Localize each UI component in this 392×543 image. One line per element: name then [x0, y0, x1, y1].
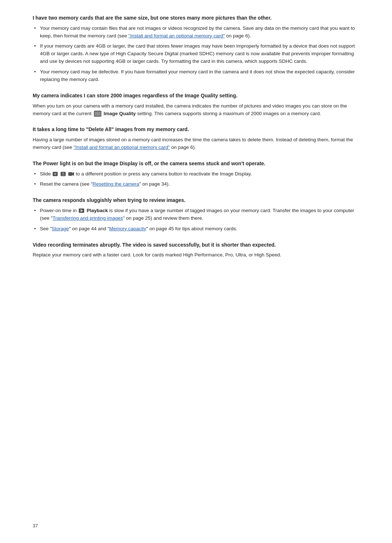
section-3-body: Having a large number of images stored o…	[33, 136, 359, 151]
page-number: 37	[33, 523, 38, 528]
svg-rect-10	[68, 172, 72, 176]
playback-icon	[79, 208, 85, 213]
section-6: Video recording terminates abruptly. The…	[33, 242, 359, 259]
list-item: Your memory card may be defective. If yo…	[33, 68, 359, 84]
section-2-title: My camera indicates I can store 2000 ima…	[33, 92, 359, 100]
section-6-title: Video recording terminates abruptly. The…	[33, 242, 359, 249]
image-quality-icon	[94, 110, 102, 117]
svg-rect-1	[95, 112, 101, 116]
list-item: If your memory cards are 4GB or larger, …	[33, 42, 359, 65]
section-1-bullets: Your memory card may contain files that …	[33, 25, 359, 84]
bullet-text: Your memory card may contain files that …	[40, 25, 355, 39]
section-4-title: The Power light is on but the Image Disp…	[33, 160, 359, 167]
list-item: See "Storage" on page 44 and "Memory cap…	[33, 225, 359, 233]
playback-text: Playback	[87, 208, 108, 213]
svg-point-8	[62, 173, 64, 174]
section-1: I have two memory cards that are the sam…	[33, 15, 359, 84]
link-install-format-1[interactable]: "Install and format an optional memory c…	[128, 33, 225, 39]
video-mode-icon	[68, 171, 74, 177]
section-6-body: Replace your memory card with a faster c…	[33, 251, 359, 259]
section-5-bullets: Power-on time in Playback is slow if you…	[33, 207, 359, 233]
section-5-title: The camera responds sluggishly when tryi…	[33, 197, 359, 204]
section-3-title: It takes a long time to "Delete All" ima…	[33, 126, 359, 133]
section-5: The camera responds sluggishly when tryi…	[33, 197, 359, 232]
section-1-title: I have two memory cards that are the sam…	[33, 15, 359, 22]
bullet-text: See "Storage" on page 44 and "Memory cap…	[40, 226, 237, 231]
list-item: Power-on time in Playback is slow if you…	[33, 207, 359, 222]
section-3: It takes a long time to "Delete All" ima…	[33, 126, 359, 151]
list-item: Reset the camera (see "Resetting the cam…	[33, 181, 359, 188]
page-content: I have two memory cards that are the sam…	[33, 15, 359, 259]
link-memory-capacity[interactable]: Memory capacity	[109, 226, 146, 231]
camera-mode-icon	[53, 171, 58, 177]
bullet-text: If your memory cards are 4GB or larger, …	[40, 43, 355, 64]
svg-point-6	[54, 173, 56, 174]
section-4: The Power light is on but the Image Disp…	[33, 160, 359, 188]
link-transferring[interactable]: Transferring and printing images	[53, 215, 123, 221]
svg-marker-11	[72, 172, 74, 176]
link-storage[interactable]: Storage	[52, 226, 69, 231]
link-reset-camera[interactable]: Resetting the camera	[93, 181, 139, 187]
list-item: Your memory card may contain files that …	[33, 25, 359, 40]
bullet-text: Slide to a different	[40, 171, 252, 177]
bullet-text: Power-on time in Playback is slow if you…	[40, 208, 354, 221]
list-item: Slide to a different	[33, 170, 359, 178]
link-install-format-2[interactable]: "Install and format an optional memory c…	[74, 145, 170, 150]
image-quality-text: Image Quality	[104, 111, 136, 116]
section-4-bullets: Slide to a different	[33, 170, 359, 189]
scene-mode-icon	[61, 171, 66, 177]
section-2: My camera indicates I can store 2000 ima…	[33, 92, 359, 117]
section-2-body: When you turn on your camera with a memo…	[33, 102, 359, 118]
bullet-text: Reset the camera (see "Resetting the cam…	[40, 181, 170, 187]
bullet-text: Your memory card may be defective. If yo…	[40, 69, 355, 82]
